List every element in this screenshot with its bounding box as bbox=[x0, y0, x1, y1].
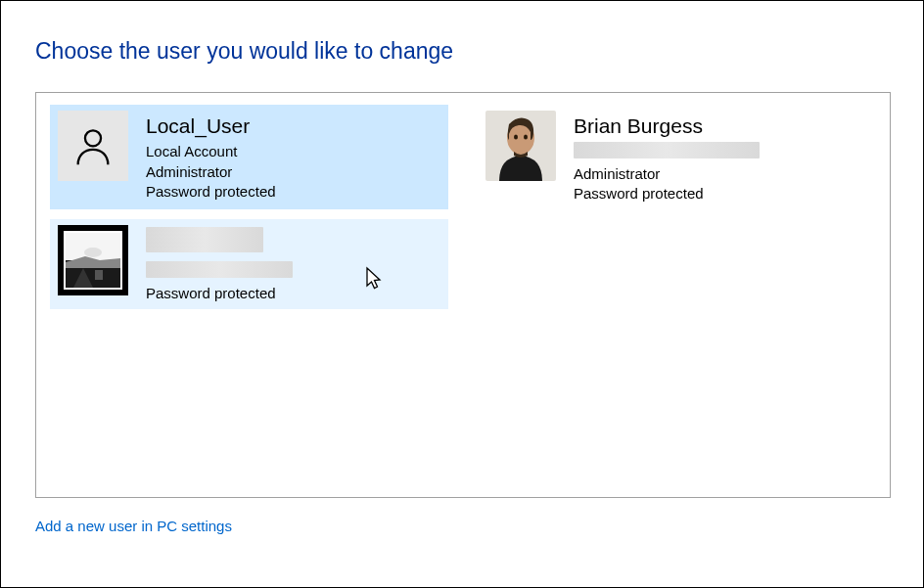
user-info: Password protected bbox=[146, 225, 293, 303]
user-password-status: Password protected bbox=[574, 184, 760, 204]
user-info: Local_User Local Account Administrator P… bbox=[146, 111, 276, 202]
user-name: Local_User bbox=[146, 113, 276, 140]
user-password-status: Password protected bbox=[146, 182, 276, 202]
avatar-photo bbox=[58, 225, 128, 295]
svg-point-4 bbox=[524, 135, 528, 140]
user-name: Brian Burgess bbox=[574, 113, 760, 140]
user-role: Administrator bbox=[574, 164, 760, 184]
users-list: Local_User Local Account Administrator P… bbox=[35, 92, 891, 498]
avatar bbox=[58, 225, 128, 295]
svg-point-0 bbox=[85, 130, 101, 146]
user-account-type: Local Account bbox=[146, 142, 276, 161]
add-user-link[interactable]: Add a new user in PC settings bbox=[35, 518, 889, 534]
user-info: Brian Burgess Administrator Password pro… bbox=[574, 111, 760, 204]
user-name-redacted bbox=[146, 227, 293, 259]
user-account-type-redacted bbox=[146, 261, 293, 283]
svg-rect-8 bbox=[95, 270, 103, 280]
svg-point-3 bbox=[514, 135, 518, 140]
page-title: Choose the user you would like to change bbox=[35, 38, 889, 65]
user-password-status: Password protected bbox=[146, 284, 293, 303]
avatar bbox=[58, 111, 128, 181]
user-tile-brian-burgess[interactable]: Brian Burgess Administrator Password pro… bbox=[478, 105, 876, 209]
svg-point-7 bbox=[84, 248, 102, 257]
user-accounts-panel: Choose the user you would like to change… bbox=[1, 1, 923, 554]
avatar-photo bbox=[485, 111, 556, 181]
user-account-type-redacted bbox=[574, 142, 760, 163]
cursor-icon bbox=[365, 266, 385, 292]
user-tile-redacted[interactable]: Password protected bbox=[50, 219, 448, 309]
user-icon bbox=[58, 111, 128, 181]
avatar bbox=[485, 111, 556, 181]
user-tile-local-user[interactable]: Local_User Local Account Administrator P… bbox=[50, 105, 448, 209]
user-role: Administrator bbox=[146, 162, 276, 182]
